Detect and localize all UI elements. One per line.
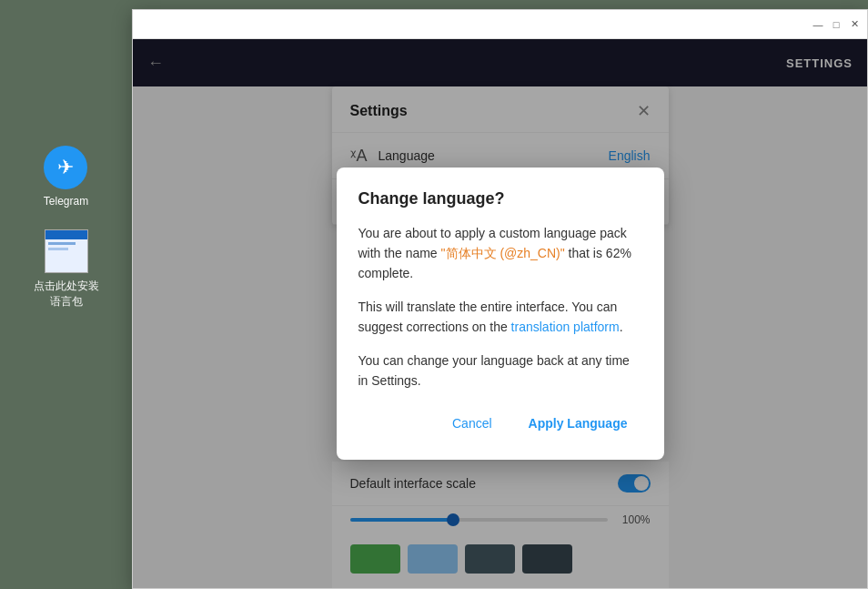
title-bar-controls: — □ ✕: [812, 19, 860, 30]
minimize-button[interactable]: —: [812, 19, 823, 30]
settings-panel: ← SETTINGS Settings ✕ ᵡA Language Englis…: [133, 39, 867, 588]
file-titlebar: [45, 230, 87, 239]
dialog-p2-suffix: .: [620, 320, 623, 334]
desktop: ✈ Telegram 点击此处安装语言包: [0, 0, 132, 589]
telegram-plane-icon: ✈: [57, 156, 74, 179]
telegram-icon-image: ✈: [44, 146, 87, 189]
cancel-button[interactable]: Cancel: [438, 409, 507, 438]
dialog-actions: Cancel Apply Language: [358, 409, 642, 438]
file-body: [45, 239, 87, 272]
dialog-overlay: Change language? You are about to apply …: [133, 39, 867, 588]
language-pack-desktop-icon[interactable]: 点击此处安装语言包: [34, 229, 99, 310]
dialog-title: Change language?: [358, 189, 642, 208]
title-bar: — □ ✕: [133, 10, 867, 39]
app-window: — □ ✕ ← SETTINGS Settings ✕ ᵡA: [132, 9, 868, 589]
language-pack-icon-image: [45, 229, 88, 273]
apply-language-button[interactable]: Apply Language: [514, 409, 642, 438]
telegram-desktop-icon[interactable]: ✈ Telegram: [44, 146, 88, 208]
app-content: ← SETTINGS Settings ✕ ᵡA Language Englis…: [133, 39, 867, 588]
restore-button[interactable]: □: [831, 19, 842, 30]
dialog-paragraph-1: You are about to apply a custom language…: [358, 223, 642, 284]
telegram-icon-label: Telegram: [44, 195, 88, 208]
change-language-dialog: Change language? You are about to apply …: [337, 168, 664, 461]
dialog-p1-name: "简体中文 (@zh_CN)": [441, 246, 565, 260]
dialog-paragraph-3: You can change your language back at any…: [358, 350, 642, 391]
dialog-paragraph-2: This will translate the entire interface…: [358, 297, 642, 338]
dialog-body: You are about to apply a custom language…: [358, 223, 642, 391]
close-button[interactable]: ✕: [849, 19, 860, 30]
translation-platform-link[interactable]: translation platform: [511, 320, 620, 334]
language-pack-icon-label: 点击此处安装语言包: [34, 279, 99, 310]
